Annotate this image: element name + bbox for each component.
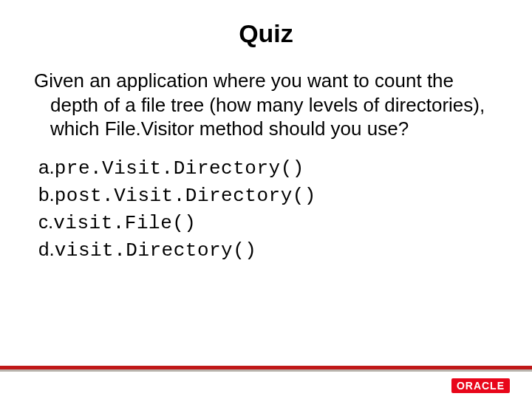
slide: Quiz Given an application where you want…: [0, 0, 532, 399]
option-a: a. pre.Visit.Directory(): [38, 154, 502, 182]
option-letter: a.: [38, 154, 55, 180]
slide-footer: ORACLE: [0, 362, 532, 399]
option-letter: b.: [38, 182, 55, 208]
brand-text: ORACLE: [451, 378, 510, 393]
option-code: visit.Directory(): [55, 238, 257, 264]
option-b: b. post.Visit.Directory(): [38, 182, 502, 209]
divider-gray: [0, 369, 532, 372]
option-d: d. visit.Directory(): [38, 236, 502, 264]
option-code: visit.File(): [53, 211, 196, 236]
slide-title: Quiz: [30, 19, 502, 48]
option-letter: d.: [38, 236, 55, 262]
option-code: pre.Visit.Directory(): [55, 156, 304, 182]
brand-logo: ORACLE: [451, 378, 510, 393]
quiz-question: Given an application where you want to c…: [34, 69, 498, 141]
question-text: Given an application where you want to c…: [34, 69, 498, 141]
option-letter: c.: [38, 209, 53, 235]
option-code: post.Visit.Directory(): [55, 183, 316, 209]
options-list: a. pre.Visit.Directory() b. post.Visit.D…: [38, 154, 502, 264]
option-c: c. visit.File(): [38, 209, 502, 236]
